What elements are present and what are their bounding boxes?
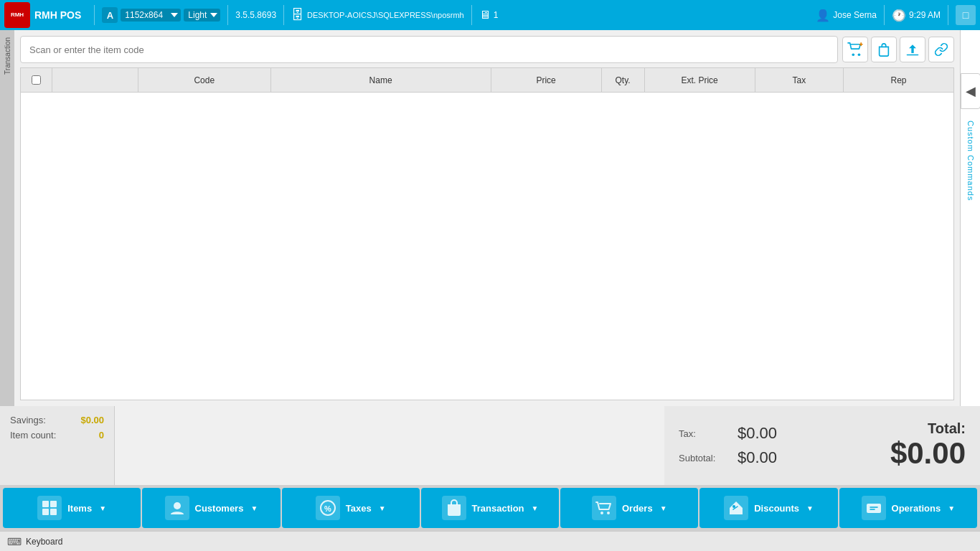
divider-1 (94, 5, 95, 25)
right-sidebar: ◀ Custom Commands (960, 30, 980, 406)
transaction-area: Code Name Price Qty. Ext. Price Tax Rep (14, 30, 960, 406)
svg-point-12 (732, 505, 735, 508)
nav-items[interactable]: Items ▼ (3, 488, 141, 528)
keyboard-bar[interactable]: ⌨ Keyboard (0, 531, 980, 551)
divider-5 (884, 5, 885, 25)
col-checkbox (21, 68, 52, 92)
version-group: 3.5.5.8693 (235, 10, 276, 20)
transaction-label: Transaction (472, 503, 524, 514)
nav-taxes[interactable]: % Taxes ▼ (282, 488, 420, 528)
subtotal-label: Subtotal: (679, 453, 729, 463)
nav-transaction[interactable]: Transaction ▼ (421, 488, 559, 528)
svg-point-11 (607, 512, 610, 514)
custom-commands-label[interactable]: Custom Commands (966, 121, 975, 201)
scan-input[interactable] (20, 36, 838, 63)
taxes-icon: % (316, 496, 340, 520)
resolution-select[interactable]: 1152x864 1024x768 1280x1024 (121, 9, 181, 22)
server-group: 🗄 DESKTOP-AOICSJ\SQLEXPRESS\nposrmh (291, 8, 464, 23)
upload-button[interactable] (900, 37, 925, 62)
svg-rect-2 (907, 55, 919, 56)
main-content: Transaction (0, 30, 980, 406)
cart-icon (847, 42, 863, 57)
keyboard-icon: ⌨ (7, 536, 22, 547)
theme-select[interactable]: Light Dark (184, 9, 220, 22)
window-button[interactable]: □ (956, 5, 976, 25)
nav-operations[interactable]: Operations ▼ (839, 488, 977, 528)
savings-label: Savings: (10, 415, 46, 425)
discounts-chevron: ▼ (806, 504, 814, 512)
item-count-row: Item count: 0 (10, 430, 104, 441)
items-icon (37, 496, 62, 520)
summary-center (115, 406, 664, 485)
tax-row: Tax: $0.00 (679, 424, 876, 443)
taxes-label: Taxes (346, 503, 372, 514)
customers-icon (165, 496, 189, 520)
discounts-icon (724, 496, 748, 520)
grand-total-value: $0.00 (890, 437, 966, 470)
summary-totals: Tax: $0.00 Subtotal: $0.00 (679, 424, 876, 467)
operations-chevron: ▼ (948, 504, 955, 512)
svg-rect-5 (42, 509, 49, 515)
grand-total-section: Total: $0.00 (890, 420, 966, 470)
items-chevron: ▼ (99, 504, 106, 512)
keyboard-label: Keyboard (26, 537, 62, 547)
svg-point-7 (174, 502, 181, 509)
app-version: 3.5.5.8693 (235, 10, 276, 20)
upload-icon (905, 42, 920, 57)
orders-label: Orders (622, 503, 653, 514)
divider-2 (227, 5, 228, 25)
db-icon: 🗄 (291, 8, 304, 23)
col-image (52, 68, 138, 92)
summary-right: Tax: $0.00 Subtotal: $0.00 Total: $0.00 (664, 406, 980, 485)
transaction-icon (442, 496, 466, 520)
top-bar: RMH RMH POS A 1152x864 1024x768 1280x102… (0, 0, 980, 30)
col-rep: Rep (844, 68, 953, 92)
subtotal-value: $0.00 (738, 448, 777, 467)
col-name: Name (271, 68, 491, 92)
savings-row: Savings: $0.00 (10, 415, 104, 425)
nav-discounts[interactable]: Discounts ▼ (699, 488, 837, 528)
divider-3 (283, 5, 284, 25)
svg-point-0 (852, 53, 854, 56)
server-name: DESKTOP-AOICSJ\SQLEXPRESS\nposrmh (307, 11, 464, 19)
tax-value: $0.00 (738, 424, 777, 443)
col-code: Code (138, 68, 271, 92)
current-time: 9:29 AM (909, 10, 941, 20)
custom-commands-toggle[interactable]: ◀ (961, 73, 981, 109)
nav-orders[interactable]: Orders ▼ (560, 488, 698, 528)
table-body (21, 93, 953, 400)
app-title: RMH POS (34, 9, 81, 21)
font-icon: A (102, 7, 118, 23)
select-all-checkbox[interactable] (32, 75, 41, 85)
terminal-icon: 🖥 (479, 9, 491, 22)
bottom-nav: Items ▼ Customers ▼ % Taxes ▼ (0, 485, 980, 531)
orders-icon (592, 496, 616, 520)
svg-point-1 (858, 53, 861, 56)
savings-value: $0.00 (80, 415, 104, 425)
items-label: Items (67, 503, 92, 514)
svg-rect-3 (42, 501, 49, 507)
svg-rect-6 (50, 509, 57, 515)
item-count-label: Item count: (10, 430, 56, 441)
summary-left: Savings: $0.00 Item count: 0 (0, 406, 115, 485)
app-logo: RMH (4, 2, 30, 28)
operations-label: Operations (892, 503, 941, 514)
bag-button[interactable] (871, 37, 897, 62)
font-group[interactable]: A 1152x864 1024x768 1280x1024 Light Dark (102, 7, 220, 23)
discounts-label: Discounts (754, 503, 799, 514)
subtotal-row: Subtotal: $0.00 (679, 448, 876, 467)
item-count-value: 0 (99, 430, 104, 441)
nav-customers[interactable]: Customers ▼ (142, 488, 280, 528)
col-tax: Tax (755, 68, 844, 92)
terminal-group: 🖥 1 (479, 9, 499, 22)
taxes-chevron: ▼ (379, 504, 386, 512)
svg-rect-13 (867, 504, 881, 513)
items-table: Code Name Price Qty. Ext. Price Tax Rep (20, 67, 954, 400)
scan-actions (842, 37, 954, 62)
col-qty: Qty. (602, 68, 645, 92)
cart-button[interactable] (842, 37, 868, 62)
bag-icon (877, 42, 891, 57)
tax-label: Tax: (679, 428, 729, 439)
link-button[interactable] (928, 37, 954, 62)
scan-bar (20, 36, 954, 63)
